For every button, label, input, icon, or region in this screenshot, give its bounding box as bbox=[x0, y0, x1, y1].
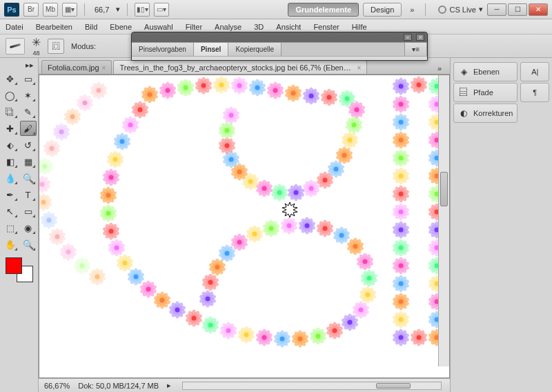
workspace-grundelemente[interactable]: Grundelemente bbox=[288, 3, 359, 17]
type-tool[interactable]: T bbox=[20, 187, 37, 202]
window-minimize[interactable]: ─ bbox=[487, 3, 506, 16]
workspace-more[interactable]: » bbox=[406, 6, 418, 14]
panel-paragraph[interactable]: ¶ bbox=[520, 83, 549, 102]
marquee-tool[interactable]: ▭ bbox=[20, 71, 37, 86]
panel-korrekturen[interactable]: ◐Korrekturen bbox=[453, 104, 518, 123]
quick-select-tool[interactable]: ✶ bbox=[20, 88, 37, 103]
path-select-tool[interactable]: ↖ bbox=[2, 204, 19, 219]
status-zoom[interactable]: 66,67% bbox=[44, 382, 70, 390]
minibridge-button[interactable]: Mb bbox=[43, 3, 58, 17]
close-icon[interactable]: × bbox=[357, 64, 361, 72]
toolbox-collapse[interactable]: ▸▸ bbox=[1, 61, 37, 70]
close-icon[interactable]: × bbox=[102, 64, 106, 72]
eyedropper-tool[interactable]: ✎ bbox=[20, 104, 37, 119]
panel-ebenen[interactable]: ◈Ebenen bbox=[453, 62, 518, 81]
brush-floating-panel[interactable]: « ✕ Pinselvorgaben Pinsel Kopierquelle ▾… bbox=[131, 32, 428, 61]
app-logo: Ps bbox=[4, 3, 19, 17]
canvas-area[interactable] bbox=[39, 75, 450, 378]
menu-datei[interactable]: Datei bbox=[6, 23, 23, 31]
menu-auswahl[interactable]: Auswahl bbox=[144, 23, 173, 31]
toolbox: ▸▸ ✥ ▭ ◯ ✶ ⿻ ✎ ✚ 🖌 ⬖ ↺ ◧ ▦ 💧 🔍 ✒ T ↖ ▭ ⬚… bbox=[0, 58, 39, 392]
menu-hilfe[interactable]: Hilfe bbox=[352, 23, 367, 31]
panel-close-icon[interactable]: ✕ bbox=[416, 34, 424, 41]
doc-tab-1[interactable]: Fotolia.com.jpg× bbox=[41, 60, 112, 74]
hand-tool[interactable]: ✋ bbox=[2, 237, 19, 252]
status-bar: 66,67% Dok: 50,0 MB/124,7 MB ▸ bbox=[39, 378, 450, 392]
menu-bild[interactable]: Bild bbox=[85, 23, 97, 31]
window-close[interactable]: ✕ bbox=[529, 3, 548, 16]
tab-pinsel[interactable]: Pinsel bbox=[194, 43, 228, 56]
vertical-scrollbar[interactable] bbox=[438, 75, 449, 366]
brush-tip-icon: ✳ bbox=[32, 36, 41, 49]
paths-icon: ⿳ bbox=[458, 87, 469, 98]
menu-ansicht[interactable]: Ansicht bbox=[276, 23, 301, 31]
tab-kopierquelle[interactable]: Kopierquelle bbox=[228, 43, 282, 56]
arrange-button[interactable]: ▮▯▾ bbox=[135, 3, 150, 17]
title-bar: Ps Br Mb ▦▾ 66,7▾ ▮▯▾ ▭▾ Grundelemente D… bbox=[0, 0, 552, 19]
doc-tab-2[interactable]: Trees_in_the_fog3_by_archaeopteryx_stock… bbox=[113, 60, 367, 74]
shape-tool[interactable]: ▭ bbox=[20, 204, 37, 219]
cslive-icon bbox=[438, 6, 446, 14]
crop-tool[interactable]: ⿻ bbox=[2, 104, 19, 119]
brush-size: 48 bbox=[32, 50, 39, 57]
window-maximize[interactable]: ☐ bbox=[508, 3, 527, 16]
brush-tool[interactable]: 🖌 bbox=[20, 121, 37, 136]
zoom-value[interactable]: 66,7 bbox=[92, 6, 112, 14]
stamp-tool[interactable]: ⬖ bbox=[2, 137, 19, 153]
panel-menu-icon[interactable]: ▾≡ bbox=[404, 43, 427, 56]
menu-analyse[interactable]: Analyse bbox=[215, 23, 241, 31]
menu-3d[interactable]: 3D bbox=[254, 23, 264, 31]
layers-icon: ◈ bbox=[458, 66, 469, 77]
move-tool[interactable]: ✥ bbox=[2, 71, 19, 86]
panel-character[interactable]: A| bbox=[520, 62, 549, 81]
panel-collapse-icon[interactable]: « bbox=[404, 34, 412, 41]
menu-filter[interactable]: Filter bbox=[186, 23, 202, 31]
dodge-tool[interactable]: 🔍 bbox=[20, 170, 37, 186]
3d-tool[interactable]: ⬚ bbox=[2, 220, 19, 235]
brush-icon bbox=[10, 43, 21, 48]
color-swatches[interactable] bbox=[6, 257, 33, 282]
gradient-tool[interactable]: ▦ bbox=[20, 154, 37, 169]
modus-label: Modus: bbox=[71, 42, 96, 50]
brush-panel-toggle[interactable]: ⿴ bbox=[48, 39, 64, 54]
menu-bearbeiten[interactable]: Bearbeiten bbox=[36, 23, 72, 31]
bridge-button[interactable]: Br bbox=[23, 3, 39, 17]
zoom-tool[interactable]: 🔍 bbox=[20, 237, 37, 252]
status-doc-info[interactable]: Dok: 50,0 MB/124,7 MB bbox=[78, 382, 159, 390]
doc-tabs-more[interactable]: » bbox=[432, 63, 447, 74]
menu-ebene[interactable]: Ebene bbox=[110, 23, 132, 31]
tab-pinselvorgaben[interactable]: Pinselvorgaben bbox=[132, 43, 194, 56]
healing-tool[interactable]: ✚ bbox=[2, 121, 19, 136]
screenmode-button[interactable]: ▭▾ bbox=[154, 3, 169, 17]
right-panels: ◈Ebenen ⿳Pfade ◐Korrekturen A| ¶ bbox=[450, 58, 552, 392]
panel-pfade[interactable]: ⿳Pfade bbox=[453, 83, 518, 102]
3d-camera-tool[interactable]: ◉ bbox=[20, 220, 37, 235]
foreground-color[interactable] bbox=[6, 257, 22, 274]
brush-preset-picker[interactable]: ✳ 48 bbox=[32, 36, 41, 57]
horizontal-scrollbar[interactable] bbox=[182, 382, 442, 390]
lasso-tool[interactable]: ◯ bbox=[2, 88, 19, 103]
pen-tool[interactable]: ✒ bbox=[2, 187, 19, 202]
view-extras-button[interactable]: ▦▾ bbox=[62, 3, 77, 17]
menu-fenster[interactable]: Fenster bbox=[313, 23, 339, 31]
cslive-button[interactable]: CS Live▾ bbox=[438, 5, 483, 14]
adjustments-icon: ◐ bbox=[458, 108, 469, 119]
eraser-tool[interactable]: ◧ bbox=[2, 154, 19, 169]
history-brush-tool[interactable]: ↺ bbox=[20, 137, 37, 153]
blur-tool[interactable]: 💧 bbox=[2, 170, 19, 186]
tool-preset-picker[interactable] bbox=[6, 38, 25, 55]
workspace-design[interactable]: Design bbox=[363, 3, 402, 17]
